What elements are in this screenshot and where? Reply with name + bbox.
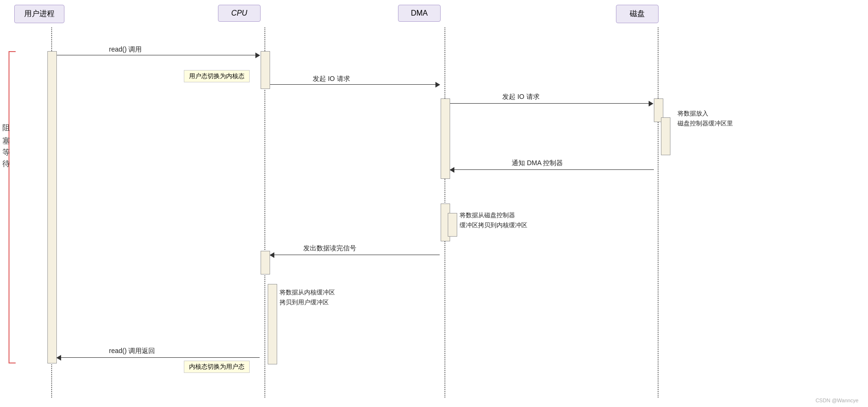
arrow-notify-dma — [450, 169, 654, 170]
arrow-read-return-label: read() 调用返回 — [109, 347, 155, 355]
activation-disk-2 — [661, 117, 670, 155]
copy-disk-kernel-label: 将数据从磁盘控制器缓冲区拷贝到内核缓冲区 — [460, 211, 527, 230]
arrow-io-request-1-label: 发起 IO 请求 — [313, 75, 350, 83]
arrow-signal-label: 发出数据读完信号 — [303, 244, 356, 253]
sequence-diagram: 用户进程 CPU DMA 磁盘 阻 塞 等 待 read() 调用 用户 — [0, 0, 868, 407]
disk-buffer-label: 将数据放入磁盘控制器缓冲区里 — [678, 109, 733, 129]
arrow-read-call — [57, 55, 260, 55]
note-kernel-to-user: 内核态切换为用户态 — [184, 361, 250, 373]
lifeline-disk — [658, 27, 659, 398]
note-user-to-kernel: 用户态切换为内核态 — [184, 70, 250, 82]
arrow-read-return — [57, 357, 260, 358]
actor-dma: DMA — [398, 5, 441, 22]
arrow-read-call-label: read() 调用 — [109, 45, 142, 54]
activation-cpu-2 — [261, 251, 270, 274]
watermark: CSDN @Wanncye — [815, 398, 859, 403]
arrow-signal — [270, 255, 440, 255]
blocking-bracket — [9, 51, 16, 363]
activation-cpu-1 — [261, 51, 270, 89]
actor-user-process: 用户进程 — [14, 5, 64, 23]
arrow-io-request-2 — [450, 103, 653, 104]
arrow-io-request-1 — [270, 84, 440, 85]
activation-dma-1 — [441, 98, 450, 179]
actor-disk: 磁盘 — [616, 5, 659, 23]
activation-cpu-3 — [268, 284, 277, 364]
actor-cpu: CPU — [218, 5, 261, 22]
blocking-label: 阻 塞 等 待 — [1, 118, 11, 156]
arrow-io-request-2-label: 发起 IO 请求 — [502, 93, 540, 101]
activation-user-process — [47, 51, 57, 363]
arrow-notify-dma-label: 通知 DMA 控制器 — [512, 159, 563, 168]
copy-kernel-user-label: 将数据从内核缓冲区拷贝到用户缓冲区 — [280, 288, 335, 308]
activation-dma-copy — [448, 213, 457, 237]
